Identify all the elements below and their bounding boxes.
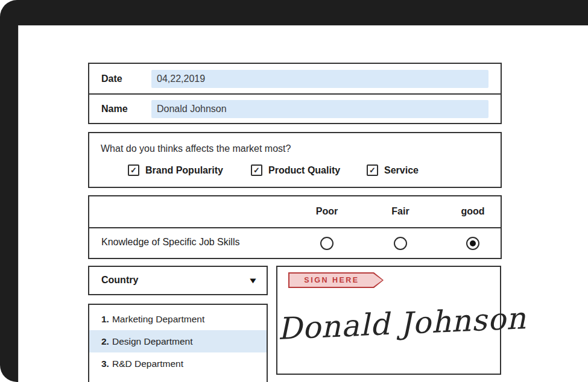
brand-popularity-label: Brand Popularity <box>145 165 223 176</box>
department-list: 1.Marketing Department 2.Design Departme… <box>88 304 268 382</box>
rating-row-label: Knowledge of Specific Job Skills <box>101 237 239 248</box>
radio-poor[interactable] <box>320 237 334 250</box>
service-checkbox[interactable]: ✓ <box>367 164 378 176</box>
checkbox-group-service: ✓ Service <box>367 164 419 176</box>
checkbox-group-brand-popularity: ✓ Brand Popularity <box>128 164 223 176</box>
checkbox-group-product-quality: ✓ Product Quality <box>251 164 340 176</box>
product-quality-label: Product Quality <box>268 165 340 176</box>
name-label: Name <box>101 104 151 114</box>
list-item-design[interactable]: 2.Design Department <box>89 330 267 352</box>
check-icon: ✓ <box>253 166 260 175</box>
sign-here-ribbon: SIGN HERE <box>288 272 384 288</box>
product-quality-checkbox[interactable]: ✓ <box>251 164 262 176</box>
list-item-marketing[interactable]: 1.Marketing Department <box>89 308 267 330</box>
country-dropdown-label: Country <box>101 275 138 286</box>
rating-column-fair: Fair <box>373 206 428 217</box>
list-item-number: 2. <box>101 336 109 346</box>
question-text: What do you thinks affects the market mo… <box>101 143 291 154</box>
list-item-label: Design Department <box>112 336 193 346</box>
service-label: Service <box>384 165 419 176</box>
date-field-row: Date 04,22,2019 <box>89 64 501 93</box>
tablet-frame: Date 04,22,2019 Name Donald Johnson What… <box>0 0 588 382</box>
rating-column-good: good <box>446 206 500 217</box>
check-icon: ✓ <box>130 166 137 175</box>
radio-good[interactable] <box>466 237 479 250</box>
list-item-number: 1. <box>101 314 109 324</box>
date-label: Date <box>101 74 151 84</box>
form-page: Date 04,22,2019 Name Donald Johnson What… <box>18 25 588 382</box>
brand-popularity-checkbox[interactable]: ✓ <box>128 164 139 176</box>
date-input[interactable]: 04,22,2019 <box>151 70 488 88</box>
market-question-box: What do you thinks affects the market mo… <box>88 132 502 188</box>
chevron-down-icon: ▼ <box>248 276 258 285</box>
rating-column-poor: Poor <box>300 206 354 217</box>
signature-text: Donald Johnson <box>277 302 501 346</box>
country-dropdown[interactable]: Country ▼ <box>88 266 268 295</box>
list-item-label: Marketing Department <box>112 314 204 324</box>
list-item-number: 3. <box>101 359 109 369</box>
sign-here-label: SIGN HERE <box>289 274 382 287</box>
name-field-row: Name Donald Johnson <box>89 93 501 123</box>
rating-header-row: Poor Fair good <box>89 196 501 228</box>
check-icon: ✓ <box>369 166 376 175</box>
name-input[interactable]: Donald Johnson <box>151 100 488 118</box>
rating-table: Poor Fair good Knowledge of Specific Job… <box>88 195 502 259</box>
list-item-label: R&D Department <box>112 359 183 369</box>
identity-fields-box: Date 04,22,2019 Name Donald Johnson <box>88 63 502 124</box>
list-item-rnd[interactable]: 3.R&D Department <box>89 352 267 375</box>
radio-fair[interactable] <box>394 237 407 250</box>
signature-field[interactable]: SIGN HERE Donald Johnson <box>276 266 501 375</box>
